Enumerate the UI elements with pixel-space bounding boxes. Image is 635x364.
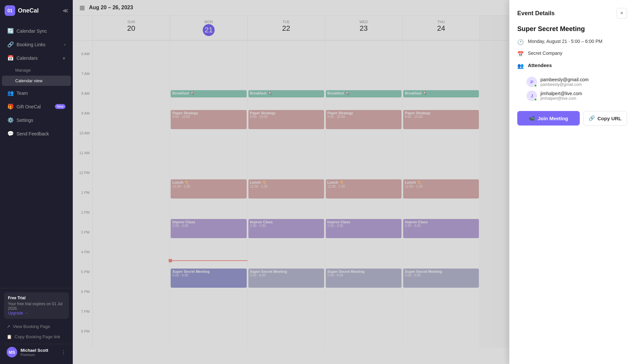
event-lunch-mon[interactable]: Lunch 🍕 12:30 - 1:30 <box>171 179 246 199</box>
settings-icon: ⚙️ <box>7 117 13 123</box>
sidebar-label-booking-links: Booking Links <box>17 42 45 47</box>
sidebar-item-booking-links[interactable]: 🔗 Booking Links › <box>2 38 71 51</box>
gift-icon: 🎁 <box>7 103 13 110</box>
day-header-mon: MON 21 <box>170 16 247 40</box>
event-lunch-tue[interactable]: Lunch 🍕 12:30 - 1:30 <box>248 179 324 199</box>
sidebar-item-feedback[interactable]: 💬 Send Feedback <box>2 127 71 140</box>
sidebar-label-gift: Gift OneCal <box>17 104 41 109</box>
event-paper-wed[interactable]: Paper Strategy 9:00 - 10:00 <box>326 110 402 129</box>
day-num-sun: 20 <box>94 24 168 33</box>
copy-booking-link[interactable]: 📋 Copy Booking Page link <box>4 332 69 341</box>
sidebar-item-calendar-view[interactable]: Calendar view <box>2 76 71 86</box>
sidebar-item-team[interactable]: 👥 Team <box>2 87 71 99</box>
day-header-tue: TUE 22 <box>248 16 325 40</box>
event-meeting-thu[interactable]: Super Secret Meeting 5:00 - 6:00 <box>403 269 479 288</box>
time-column: 6 AM 7 AM 8 AM 9 AM 10 AM 11 AM 12 PM 1 … <box>73 41 93 348</box>
day-col-sun[interactable] <box>93 41 170 348</box>
day-col-tue[interactable]: Breakfast 🍳 Paper Strategy 9:00 - 10:00 … <box>248 41 325 348</box>
calendar-view-icon: ▦ <box>79 4 85 11</box>
attendees-icon: 👥 <box>517 63 524 69</box>
feedback-icon: 💬 <box>7 130 13 137</box>
event-paper-tue[interactable]: Paper Strategy 9:00 - 10:00 <box>248 110 324 129</box>
day-col-thu[interactable]: Breakfast 🍳 Paper Strategy 9:00 - 10:00 … <box>402 41 480 348</box>
day-header-thu: THU 24 <box>402 16 480 40</box>
calendar-sync-icon: 🔄 <box>7 28 13 34</box>
attendees-label: Attendees <box>528 62 552 68</box>
user-menu-button[interactable]: ⋮ <box>61 349 66 355</box>
join-btn-label: Join Meeting <box>538 116 568 121</box>
event-details-panel: Event Details × Super Secret Meeting 🕐 M… <box>509 0 635 364</box>
upgrade-link[interactable]: Upgrade → <box>8 311 65 315</box>
day-label-thu: THU <box>437 20 445 24</box>
panel-actions: 📹 Join Meeting 🔗 Copy URL <box>517 111 627 126</box>
view-booking-icon: ↗ <box>7 324 10 329</box>
attendee-email-main-1: jimhalpert@live.com <box>540 91 582 96</box>
event-paper-thu[interactable]: Paper Strategy 9:00 - 10:00 <box>403 110 479 129</box>
event-meeting-mon[interactable]: Super Secret Meeting 5:00 - 6:00 <box>171 269 246 288</box>
event-breakfast-wed[interactable]: Breakfast 🍳 <box>326 90 402 97</box>
event-breakfast-mon[interactable]: Breakfast 🍳 <box>171 90 246 97</box>
date-range: Aug 20 – 26, 2023 <box>89 5 133 11</box>
free-trial-title: Free Trial <box>8 296 65 300</box>
clock-icon: 🕐 <box>517 39 524 45</box>
sidebar-label-manage: Manage <box>15 68 31 73</box>
event-meeting-wed[interactable]: Super Secret Meeting 5:00 - 6:00 <box>326 269 402 288</box>
day-label-sun: SUN <box>127 20 135 24</box>
join-meeting-button[interactable]: 📹 Join Meeting <box>517 111 580 126</box>
panel-header: Event Details × <box>517 8 627 18</box>
attendees-list: P pambeesly@gmail.com pambeesly@gmail.co… <box>517 77 627 104</box>
day-label-mon: MON <box>204 20 213 24</box>
event-paper-mon[interactable]: Paper Strategy 9:00 - 10:00 <box>171 110 246 129</box>
sidebar: 01 OneCal ≪ 🔄 Calendar Sync 🔗 Booking Li… <box>0 0 73 364</box>
attendee-status-0 <box>534 84 537 87</box>
event-improv-tue[interactable]: Improv Class 2:30 - 3:30 <box>248 219 324 238</box>
day-col-wed[interactable]: Breakfast 🍳 Paper Strategy 9:00 - 10:00 … <box>325 41 402 348</box>
day-label-wed: WED <box>360 20 368 24</box>
booking-links-icon: 🔗 <box>7 41 13 48</box>
collapse-button[interactable]: ≪ <box>63 8 68 14</box>
day-label-tue: TUE <box>282 20 290 24</box>
sidebar-label-team: Team <box>17 91 28 96</box>
event-improv-wed[interactable]: Improv Class 2:30 - 3:30 <box>326 219 402 238</box>
app-name: OneCal <box>18 7 39 14</box>
copy-url-button[interactable]: 🔗 Copy URL <box>583 111 627 126</box>
gift-badge: New <box>55 104 65 109</box>
event-company: Secret Company <box>528 51 562 56</box>
user-plan: Premium <box>21 353 58 357</box>
chevron-right-icon: › <box>64 42 65 47</box>
sidebar-bottom: Free Trial Your free trial expires on 01… <box>0 288 73 364</box>
attendee-email-sub-0: pambeesly@gmail.com <box>540 82 589 87</box>
sidebar-item-manage[interactable]: Manage <box>2 65 71 75</box>
event-name: Super Secret Meeting <box>517 25 627 33</box>
logo-box: 01 <box>5 5 15 16</box>
attendee-email-sub-1: jimhalpert@live.com <box>540 96 582 101</box>
sidebar-item-calendar-sync[interactable]: 🔄 Calendar Sync <box>2 24 71 37</box>
sidebar-item-gift[interactable]: 🎁 Gift OneCal New <box>2 100 71 113</box>
user-info: Michael Scott Premium <box>21 348 58 357</box>
sidebar-label-calendar-view: Calendar view <box>15 78 42 83</box>
event-breakfast-tue[interactable]: Breakfast 🍳 <box>248 90 324 97</box>
day-col-mon[interactable]: Breakfast 🍳 Paper Strategy 9:00 - 10:00 … <box>170 41 247 348</box>
event-breakfast-thu[interactable]: Breakfast 🍳 <box>403 90 479 97</box>
event-lunch-thu[interactable]: Lunch 🍕 12:30 - 1:30 <box>403 179 479 199</box>
sidebar-logo: 01 OneCal ≪ <box>0 0 73 21</box>
calendars-icon: 📅 <box>7 55 13 61</box>
attendee-info-0: pambeesly@gmail.com pambeesly@gmail.com <box>540 77 589 87</box>
sidebar-item-settings[interactable]: ⚙️ Settings <box>2 114 71 127</box>
event-improv-thu[interactable]: Improv Class 2:30 - 3:30 <box>403 219 479 238</box>
attendees-row: 👥 Attendees <box>517 62 627 71</box>
sidebar-nav: 🔄 Calendar Sync 🔗 Booking Links › 📅 Cale… <box>0 21 73 288</box>
day-num-thu: 24 <box>404 24 478 33</box>
event-lunch-wed[interactable]: Lunch 🍕 12:30 - 1:30 <box>326 179 402 199</box>
event-improv-mon[interactable]: Improv Class 2:30 - 3:30 <box>171 219 246 238</box>
attendee-row-0: P pambeesly@gmail.com pambeesly@gmail.co… <box>527 77 627 87</box>
day-num-mon: 21 <box>203 24 215 36</box>
close-button[interactable]: × <box>616 8 627 18</box>
view-booking-link[interactable]: ↗ View Booking Page <box>4 322 69 331</box>
company-row: 📅 Secret Company <box>517 51 627 57</box>
day-header-sun: SUN 20 <box>93 16 170 40</box>
event-meeting-tue[interactable]: Super Secret Meeting 5:00 - 6:00 <box>248 269 324 288</box>
sidebar-item-calendars[interactable]: 📅 Calendars ∨ <box>2 52 71 64</box>
copy-btn-label: Copy URL <box>598 116 622 121</box>
attendee-avatar-1: J <box>527 91 537 101</box>
